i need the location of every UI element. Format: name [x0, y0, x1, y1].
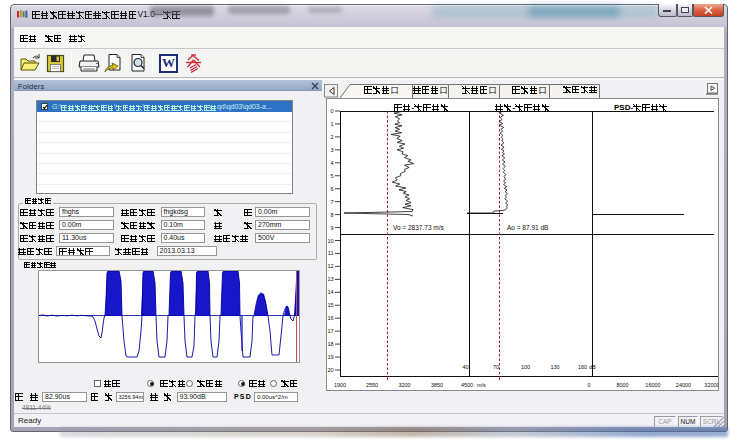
svg-text:dB: dB	[589, 364, 596, 370]
svg-text:11: 11	[328, 250, 334, 256]
svg-text:2: 2	[330, 134, 333, 140]
svg-text:18: 18	[327, 341, 333, 347]
svg-text:3850: 3850	[431, 382, 443, 388]
svg-text:0: 0	[330, 108, 333, 114]
svg-text:16000: 16000	[645, 382, 660, 388]
svg-text:8000: 8000	[616, 382, 628, 388]
svg-text:14: 14	[327, 289, 333, 295]
svg-text:16: 16	[327, 315, 333, 321]
svg-text:3200: 3200	[398, 382, 410, 388]
svg-text:1900: 1900	[334, 382, 346, 388]
svg-text:13: 13	[327, 276, 333, 282]
svg-text:100: 100	[521, 364, 530, 370]
svg-text:32000: 32000	[704, 382, 719, 388]
svg-text:2550: 2550	[366, 382, 378, 388]
svg-text:5: 5	[330, 173, 333, 179]
svg-text:8: 8	[330, 212, 333, 218]
svg-text:20: 20	[327, 367, 333, 373]
svg-text:3: 3	[330, 147, 333, 153]
svg-text:130: 130	[550, 364, 559, 370]
svg-text:0: 0	[587, 382, 590, 388]
svg-text:70: 70	[493, 364, 499, 370]
svg-text:24000: 24000	[676, 382, 691, 388]
svg-text:m/s: m/s	[477, 382, 486, 388]
svg-text:40: 40	[462, 364, 468, 370]
svg-text:6: 6	[330, 186, 333, 192]
svg-text:9: 9	[330, 225, 333, 231]
svg-text:12: 12	[327, 263, 333, 269]
svg-text:7: 7	[330, 199, 333, 205]
svg-text:15: 15	[327, 302, 333, 308]
svg-text:4: 4	[330, 160, 333, 166]
svg-text:19: 19	[327, 354, 333, 360]
svg-text:1: 1	[330, 121, 333, 127]
svg-text:4500: 4500	[461, 382, 473, 388]
svg-text:10: 10	[327, 238, 333, 244]
svg-text:160: 160	[578, 364, 587, 370]
svg-text:17: 17	[327, 328, 333, 334]
